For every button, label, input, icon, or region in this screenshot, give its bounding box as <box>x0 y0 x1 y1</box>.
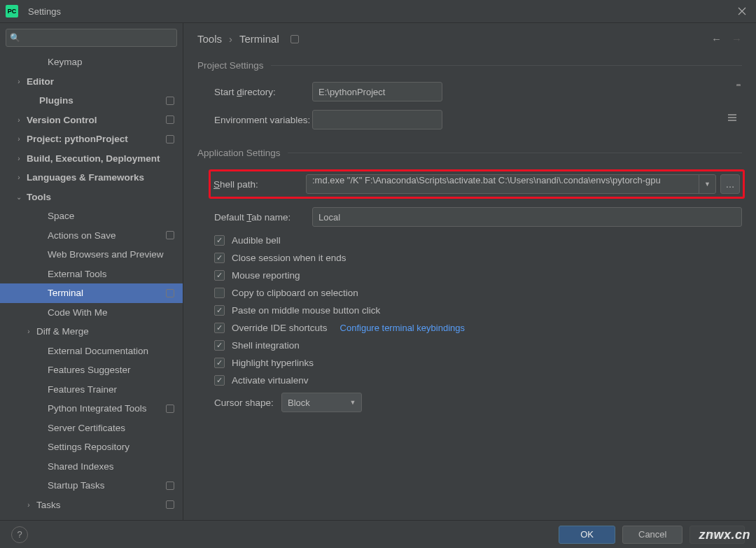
tree-item-external-documentation[interactable]: External Documentation <box>0 342 183 361</box>
caret-icon: › <box>24 501 34 509</box>
list-icon[interactable] <box>728 114 736 122</box>
tree-item-space[interactable]: Space <box>0 206 183 226</box>
tree-label: Tasks <box>36 500 61 510</box>
tree-item-server-certificates[interactable]: Server Certificates <box>0 419 183 438</box>
titlebar: PC Settings <box>0 0 756 23</box>
apply-button: Apply <box>690 526 745 544</box>
tree-item-languages-frameworks[interactable]: ›Languages & Frameworks <box>0 168 183 188</box>
breadcrumb-separator: › <box>229 33 232 45</box>
tree-item-web-browsers-and-preview[interactable]: Web Browsers and Preview <box>0 245 183 265</box>
tree-item-plugins[interactable]: Plugins <box>0 91 183 111</box>
tree-item-terminal[interactable]: Terminal <box>0 283 183 303</box>
main-panel: Tools › Terminal ← → Project Settings St… <box>183 23 756 520</box>
checkbox-icon[interactable]: ✓ <box>214 253 225 263</box>
tree-item-actions-on-save[interactable]: Actions on Save <box>0 226 183 246</box>
tree-item-build-execution-deployment[interactable]: ›Build, Execution, Deployment <box>0 149 183 169</box>
shell-path-highlight: Shell path: :md.exe "/K" F:\Anaconda\Scr… <box>209 169 745 199</box>
close-button[interactable] <box>734 3 750 20</box>
checkbox-icon[interactable] <box>214 288 225 298</box>
breadcrumb: Tools › Terminal ← → <box>197 33 742 45</box>
tree-item-version-control[interactable]: ›Version Control <box>0 111 183 130</box>
checkbox-mouse-reporting[interactable]: ✓Mouse reporting <box>197 270 742 281</box>
checkbox-override-ide-shortcuts[interactable]: ✓Override IDE shortcutsConfigure termina… <box>197 323 742 333</box>
sidebar: 🔍 Keymap›EditorPlugins›Version Control›P… <box>0 23 183 520</box>
checkbox-highlight-hyperlinks[interactable]: ✓Highlight hyperlinks <box>197 358 742 368</box>
scope-indicator-icon <box>166 231 174 239</box>
caret-icon: › <box>14 174 24 181</box>
scope-indicator-icon <box>290 35 299 43</box>
tree-item-shared-indexes[interactable]: Shared Indexes <box>0 457 183 477</box>
tree-label: Features Trainer <box>48 384 117 395</box>
search-icon: 🔍 <box>10 33 20 43</box>
tree-item-startup-tasks[interactable]: Startup Tasks <box>0 476 183 496</box>
cursor-shape-label: Cursor shape: <box>214 398 281 408</box>
checkbox-icon[interactable]: ✓ <box>214 358 225 368</box>
env-vars-input[interactable] <box>312 110 442 129</box>
tree-item-tools[interactable]: ⌄Tools <box>0 188 183 207</box>
tree-item-tasks[interactable]: ›Tasks <box>0 496 183 515</box>
cancel-button[interactable]: Cancel <box>622 526 682 544</box>
breadcrumb-root[interactable]: Tools <box>197 33 222 45</box>
checkbox-label: Copy to clipboard on selection <box>232 288 358 298</box>
breadcrumb-leaf: Terminal <box>239 33 279 45</box>
caret-icon: › <box>24 328 34 335</box>
settings-search-input[interactable] <box>6 29 177 47</box>
caret-icon: › <box>14 135 24 143</box>
cursor-shape-select[interactable]: Block ▼ <box>281 393 362 412</box>
scope-indicator-icon <box>166 115 174 124</box>
tree-label: Editor <box>27 76 54 87</box>
nav-arrows: ← → <box>711 33 742 45</box>
ok-button[interactable]: OK <box>559 526 615 544</box>
tree-item-editor[interactable]: ›Editor <box>0 72 183 92</box>
tree-item-features-suggester[interactable]: Features Suggester <box>0 360 183 380</box>
tree-item-keymap[interactable]: Keymap <box>0 52 183 72</box>
checkbox-shell-integration[interactable]: ✓Shell integration <box>197 340 742 351</box>
tree-label: Code With Me <box>48 307 108 318</box>
checkbox-icon[interactable]: ✓ <box>214 340 225 351</box>
env-vars-label: Environment variables: <box>214 115 312 125</box>
start-directory-input[interactable] <box>312 82 442 101</box>
scope-indicator-icon <box>166 405 174 413</box>
section-label: Project Settings <box>197 60 264 71</box>
chevron-down-icon[interactable]: ▼ <box>699 175 715 193</box>
window-title: Settings <box>28 6 61 17</box>
checkbox-copy-to-clipboard-on-selection[interactable]: Copy to clipboard on selection <box>197 288 742 298</box>
tree-item-diff-merge[interactable]: ›Diff & Merge <box>0 322 183 342</box>
tree-label: Terminal <box>48 288 83 298</box>
checkbox-icon[interactable]: ✓ <box>214 305 225 316</box>
checkbox-audible-bell[interactable]: ✓Audible bell <box>197 235 742 246</box>
tree-label: Keymap <box>48 57 83 67</box>
scope-indicator-icon <box>166 482 174 490</box>
tree-item-python-integrated-tools[interactable]: Python Integrated Tools <box>0 399 183 419</box>
tree-label: Web Browsers and Preview <box>48 249 164 260</box>
checkbox-icon[interactable]: ✓ <box>214 323 225 333</box>
tree-label: Languages & Frameworks <box>27 172 144 183</box>
tree-item-project-pythonproject[interactable]: ›Project: pythonProject <box>0 129 183 149</box>
tree-label: Build, Execution, Deployment <box>27 153 160 164</box>
default-tab-input[interactable] <box>312 207 742 227</box>
tree-item-features-trainer[interactable]: Features Trainer <box>0 380 183 400</box>
checkbox-label: Highlight hyperlinks <box>232 358 314 368</box>
chevron-down-icon[interactable]: ▼ <box>344 393 361 412</box>
checkbox-close-session-when-it-ends[interactable]: ✓Close session when it ends <box>197 253 742 263</box>
checkbox-paste-on-middle-mouse-button-click[interactable]: ✓Paste on middle mouse button click <box>197 305 742 316</box>
tree-label: Server Certificates <box>48 423 125 433</box>
shell-path-input[interactable]: :md.exe "/K" F:\Anaconda\Scripts\activat… <box>306 174 716 194</box>
tree-item-external-tools[interactable]: External Tools <box>0 265 183 284</box>
checkbox-activate-virtualenv[interactable]: ✓Activate virtualenv <box>197 375 742 386</box>
tree-label: Python Integrated Tools <box>48 403 147 414</box>
configure-keybindings-link[interactable]: Configure terminal keybindings <box>340 323 465 333</box>
help-button[interactable]: ? <box>11 526 28 543</box>
tree-item-code-with-me[interactable]: Code With Me <box>0 303 183 323</box>
caret-icon: ⌄ <box>14 193 24 201</box>
checkbox-label: Mouse reporting <box>232 270 300 281</box>
nav-back-icon[interactable]: ← <box>711 33 722 45</box>
checkbox-icon[interactable]: ✓ <box>214 375 225 386</box>
caret-icon: › <box>14 116 24 124</box>
checkbox-icon[interactable]: ✓ <box>214 270 225 281</box>
checkbox-icon[interactable]: ✓ <box>214 235 225 246</box>
default-tab-label: Default Tab name: <box>214 212 312 223</box>
tree-label: Space <box>48 211 74 221</box>
tree-item-settings-repository[interactable]: Settings Repository <box>0 437 183 457</box>
browse-button[interactable]: … <box>720 174 740 194</box>
